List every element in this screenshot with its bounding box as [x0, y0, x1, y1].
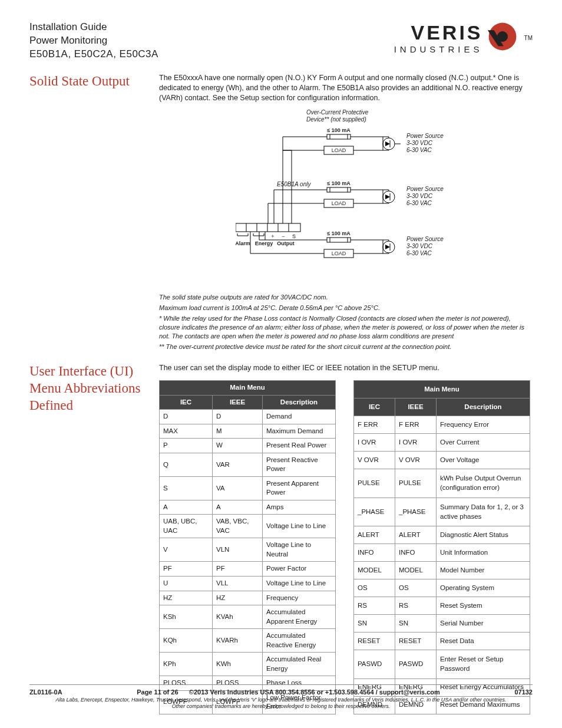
- cell-ieee: RESET: [395, 632, 437, 650]
- cell-iec: ALERT: [354, 526, 395, 544]
- cell-iec: U: [160, 576, 213, 591]
- cell-desc: Enter Reset or Setup Password: [437, 650, 530, 678]
- table-row: INFOINFOUnit Information: [354, 544, 530, 562]
- table-row: UAB, UBC, UACVAB, VBC, VACVoltage Line t…: [160, 515, 336, 538]
- svg-text:Power Source: Power Source: [406, 186, 444, 192]
- cell-ieee: KVAh: [213, 605, 263, 629]
- ui-abbr-intro: The user can set the display mode to eit…: [159, 363, 533, 373]
- cell-iec: MAX: [160, 424, 213, 439]
- table-row: OSOSOperating System: [354, 579, 530, 597]
- solid-state-notes: The solid state pulse outputs are rated …: [159, 293, 533, 351]
- cell-desc: Frequency: [263, 591, 336, 605]
- cell-desc: Demand: [263, 410, 336, 424]
- wiring-diagram: .lt { font: italic 10px Arial; fill:#222…: [236, 108, 533, 288]
- cell-iec: HZ: [160, 591, 213, 605]
- cell-ieee: SN: [395, 615, 437, 633]
- cell-iec: PASWD: [354, 650, 395, 678]
- cell-desc: Operating System: [437, 579, 530, 597]
- cell-iec: INFO: [354, 544, 395, 562]
- table-row: MAXMMaximum Demand: [160, 424, 336, 439]
- footer-copyright: ©2013 Veris Industries USA 800.354.8556 …: [189, 689, 440, 696]
- cell-iec: D: [160, 410, 213, 424]
- cell-ieee: A: [213, 500, 263, 515]
- cell-ieee: KVARh: [213, 629, 263, 653]
- svg-text:≤ 100 mA: ≤ 100 mA: [327, 127, 351, 133]
- cell-desc: Reset Data: [437, 632, 530, 650]
- svg-text:LOAD: LOAD: [332, 251, 346, 256]
- cell-iec: S: [160, 476, 213, 500]
- cell-ieee: ALERT: [395, 526, 437, 544]
- cell-desc: Over Voltage: [437, 451, 530, 469]
- veris-logo: VERIS INDUSTRIES TM: [394, 21, 533, 55]
- footer-rev: 07132: [514, 689, 533, 696]
- cell-desc: Unit Information: [437, 544, 530, 562]
- solid-state-section: Solid State Output The E50xxxA have one …: [29, 73, 533, 353]
- svg-rect-3: [327, 134, 351, 139]
- cell-iec: V OVR: [354, 451, 395, 469]
- table-row: KQhKVARhAccumulated Reactive Energy: [160, 629, 336, 653]
- table-header: Main Menu: [354, 381, 530, 398]
- cell-desc: Accumulated Reactive Energy: [263, 629, 336, 653]
- table-row: KShKVAhAccumulated Apparent Energy: [160, 605, 336, 629]
- logo-sub: INDUSTRIES: [394, 44, 483, 54]
- cell-ieee: _PHASE: [395, 498, 437, 526]
- cell-iec: KPh: [160, 653, 213, 676]
- svg-text:Power Source: Power Source: [406, 236, 444, 242]
- cell-desc: Voltage Line to Line: [263, 515, 336, 538]
- cell-desc: Power Factor: [263, 562, 336, 577]
- table-row: RSRSReset System: [354, 597, 530, 615]
- table-row: ALERTALERTDiagnostic Alert Status: [354, 526, 530, 544]
- table-row: SVAPresent Apparent Power: [160, 476, 336, 500]
- logo-main: VERIS: [394, 21, 483, 44]
- svg-text:Power Source: Power Source: [406, 133, 444, 139]
- cell-ieee: V OVR: [395, 451, 437, 469]
- table-row: I OVRI OVROver Current: [354, 433, 530, 451]
- cell-desc: Accumulated Real Energy: [263, 653, 336, 676]
- table-row: PFPFPower Factor: [160, 562, 336, 577]
- svg-text:LOAD: LOAD: [332, 147, 346, 153]
- col-ieee: IEEE: [213, 395, 263, 410]
- cell-iec: SN: [354, 615, 395, 633]
- ui-abbr-section: User Interface (UI) Menu Abbreviations D…: [29, 363, 533, 714]
- ocp-label-2: Device** (not supplied): [306, 116, 366, 123]
- cell-ieee: VAB, VBC, VAC: [213, 515, 263, 538]
- svg-text:3-30 VDC: 3-30 VDC: [406, 243, 433, 249]
- table-row: F ERRF ERRFrequency Error: [354, 416, 530, 434]
- cell-ieee: VAR: [213, 453, 263, 476]
- note-4: ** The over-current protective device mu…: [159, 342, 533, 351]
- cell-iec: Q: [160, 453, 213, 476]
- footer-page: Page 11 of 26: [137, 689, 178, 696]
- col-iec: IEC: [354, 398, 395, 416]
- cell-ieee: PULSE: [395, 469, 437, 498]
- table-row: AAAmps: [160, 500, 336, 515]
- cell-desc: Over Current: [437, 433, 530, 451]
- svg-text:Energy: Energy: [255, 241, 273, 246]
- cell-desc: Model Number: [437, 562, 530, 579]
- footer-fine2: Other companies' trademarks are hereby a…: [29, 703, 533, 710]
- cell-desc: Maximum Demand: [263, 424, 336, 439]
- svg-text:6-30 VAC: 6-30 VAC: [406, 200, 432, 206]
- svg-rect-76: [236, 223, 300, 232]
- cell-iec: KQh: [160, 629, 213, 653]
- header-text: Installation Guide Power Monitoring E50B…: [29, 21, 158, 61]
- solid-state-title: Solid State Output: [29, 73, 147, 353]
- cell-ieee: VLN: [213, 538, 263, 562]
- col-iec: IEC: [160, 395, 213, 410]
- cell-ieee: PASWD: [395, 650, 437, 678]
- cell-desc: Accumulated Apparent Energy: [263, 605, 336, 629]
- cell-ieee: HZ: [213, 591, 263, 605]
- veris-v-icon: [487, 21, 518, 55]
- cell-desc: Diagnostic Alert Status: [437, 526, 530, 544]
- note-2: Maximum load current is 100mA at 25°C. D…: [159, 304, 533, 312]
- svg-rect-46: [327, 238, 351, 242]
- svg-text:+: +: [271, 233, 274, 239]
- cell-ieee: M: [213, 424, 263, 439]
- table-row: DDDemand: [160, 410, 336, 424]
- table-row: RESETRESETReset Data: [354, 632, 530, 650]
- cell-iec: F ERR: [354, 416, 395, 434]
- cell-ieee: OS: [395, 579, 437, 597]
- col-desc: Description: [263, 395, 336, 410]
- cell-iec: UAB, UBC, UAC: [160, 515, 213, 538]
- table-header: Main Menu: [160, 381, 336, 396]
- table-row: _PHASE_PHASESummary Data for 1, 2, or 3 …: [354, 498, 530, 526]
